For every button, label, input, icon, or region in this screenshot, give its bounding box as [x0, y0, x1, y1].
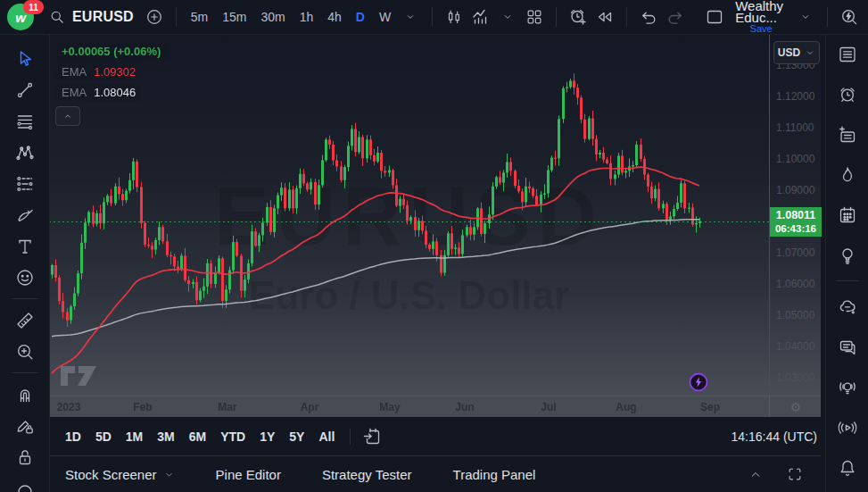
trend-line-icon: [14, 79, 36, 101]
price-scale[interactable]: 1.130001.120001.110001.100001.090001.070…: [769, 34, 822, 396]
interval-4h[interactable]: 4h: [321, 6, 348, 28]
tool-forecast[interactable]: [0, 168, 49, 199]
range-all[interactable]: All: [311, 425, 342, 448]
tool-text[interactable]: [0, 230, 49, 262]
tool-drawing-mode-lock[interactable]: [0, 410, 49, 441]
currency-selector[interactable]: USD: [773, 41, 820, 64]
session-clock[interactable]: 14:16:44 (UTC): [732, 429, 817, 444]
chevron-down-icon: [798, 10, 813, 24]
chevron-down-icon: [500, 10, 515, 24]
sidebar-minds[interactable]: [826, 287, 868, 327]
indicators-icon: [470, 6, 492, 28]
indicator-templates-button[interactable]: [494, 4, 521, 30]
sidebar-live-ideas[interactable]: [826, 367, 868, 407]
chevron-down-icon: [805, 47, 815, 58]
tool-zoom-in[interactable]: [0, 336, 49, 367]
brush-icon: [14, 204, 36, 226]
sidebar-chat[interactable]: [826, 327, 868, 367]
redo-button[interactable]: [662, 4, 689, 30]
undo-arrow-icon: [638, 6, 659, 28]
interval-30m[interactable]: 30m: [254, 6, 291, 28]
quick-search-button[interactable]: [836, 4, 863, 30]
ema-row-1[interactable]: EMA 1.09302: [55, 63, 142, 80]
currency-label: USD: [778, 46, 800, 59]
replay-rewind-icon: [594, 6, 616, 28]
tool-fib-retracement[interactable]: [0, 105, 49, 137]
tab-label: Stock Screener: [65, 467, 157, 482]
tradingview-logo-watermark[interactable]: [59, 364, 100, 388]
interval-5m[interactable]: 5m: [185, 6, 214, 28]
partial-eye-icon: [14, 472, 36, 492]
tool-brush[interactable]: [0, 199, 49, 230]
indicators-button[interactable]: [467, 4, 494, 30]
layout-grid-button[interactable]: [521, 4, 548, 30]
layout-menu-button[interactable]: [792, 4, 819, 30]
tool-magnet[interactable]: [0, 379, 49, 410]
tab-trading-panel[interactable]: Trading Panel: [453, 467, 536, 482]
sidebar-streams[interactable]: [826, 407, 868, 447]
layout-thumbnail-button[interactable]: [701, 4, 728, 30]
interval-W[interactable]: W: [373, 6, 397, 28]
price-tick: 1.06000: [776, 277, 814, 291]
tool-cursor[interactable]: [0, 43, 49, 74]
tool-xabcd-pattern[interactable]: [0, 137, 49, 168]
ema-row-2[interactable]: EMA 1.08046: [55, 84, 142, 101]
go-to-date-button[interactable]: [359, 423, 385, 450]
tool-lock-all-drawings[interactable]: [0, 441, 49, 472]
bell-icon: [837, 457, 858, 479]
tool-trend-line[interactable]: [0, 74, 49, 105]
sidebar-data-window[interactable]: [826, 114, 868, 154]
lightbulb-icon: [837, 245, 858, 266]
tool-emoji[interactable]: [0, 262, 49, 293]
interval-1h[interactable]: 1h: [293, 6, 320, 28]
legend-collapse-button[interactable]: [55, 106, 80, 126]
symbol-search-button[interactable]: EURUSD: [41, 4, 141, 30]
range-5y[interactable]: 5Y: [282, 425, 311, 448]
bar-replay-button[interactable]: [591, 4, 618, 30]
drawing-toolbar: [0, 34, 50, 492]
sidebar-alerts[interactable]: [826, 74, 868, 114]
boost-lightning-button[interactable]: [688, 371, 709, 393]
bulb-broadcast-icon: [837, 377, 858, 398]
candles-icon: [444, 7, 464, 27]
create-alert-button[interactable]: [565, 4, 591, 30]
interval-D[interactable]: D: [350, 6, 371, 28]
expand-panel-button[interactable]: [742, 461, 769, 488]
price-tick: 1.04000: [776, 339, 814, 354]
undo-button[interactable]: [635, 4, 662, 30]
tab-strategy-tester[interactable]: Strategy Tester: [322, 467, 412, 482]
time-axis[interactable]: 2023FebMarAprMayJunJulAugSep ⚙: [49, 396, 821, 418]
sidebar-notifications[interactable]: [826, 447, 868, 488]
tool-hide-drawings[interactable]: [0, 472, 49, 492]
range-1m[interactable]: 1M: [119, 425, 150, 448]
tool-measure[interactable]: [0, 304, 49, 336]
app-logo[interactable]: w 11: [0, 0, 41, 34]
sidebar-calendar[interactable]: [826, 195, 868, 235]
sidebar-watchlist[interactable]: [826, 34, 868, 74]
range-1y[interactable]: 1Y: [252, 425, 282, 448]
price-tick: 1.09000: [776, 183, 814, 197]
time-label-aug: Aug: [616, 401, 636, 413]
range-5d[interactable]: 5D: [88, 425, 119, 448]
axis-settings-button[interactable]: ⚙: [769, 396, 822, 418]
fullscreen-button[interactable]: [781, 461, 808, 488]
tab-pine-editor[interactable]: Pine Editor: [216, 467, 281, 482]
change-row[interactable]: +0.00065 (+0.06%): [55, 43, 167, 60]
chart-style-button[interactable]: [441, 4, 467, 30]
bottom-panel-tabs: Stock Screener Pine Editor Strategy Test…: [49, 455, 821, 492]
range-ytd[interactable]: YTD: [213, 425, 252, 448]
range-3m[interactable]: 3M: [150, 425, 181, 448]
compare-add-symbol-button[interactable]: [141, 4, 168, 30]
price-tick: 1.12000: [776, 89, 814, 104]
interval-15m[interactable]: 15m: [216, 6, 252, 28]
save-link[interactable]: Save: [750, 23, 773, 35]
sidebar-hotlists[interactable]: [826, 154, 868, 195]
range-1d[interactable]: 1D: [58, 425, 88, 448]
interval-menu-button[interactable]: [397, 4, 424, 30]
go-to-date-icon: [361, 426, 383, 447]
range-6m[interactable]: 6M: [182, 425, 213, 448]
sidebar-ideas[interactable]: [826, 235, 868, 275]
tab-stock-screener[interactable]: Stock Screener: [65, 467, 175, 482]
watchlist-icon: [837, 44, 858, 65]
layout-name-button[interactable]: Wealthy Educ... Save: [735, 0, 787, 35]
